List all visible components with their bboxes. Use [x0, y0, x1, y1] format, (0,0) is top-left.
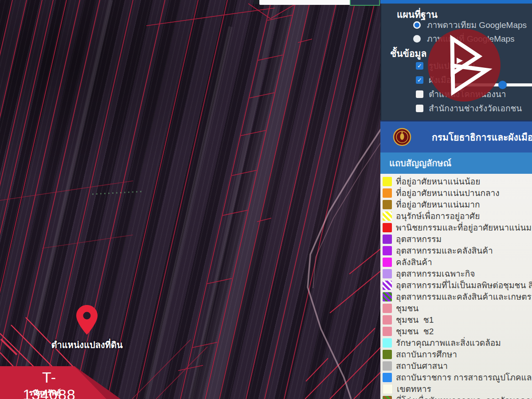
radio-icon[interactable] [413, 21, 421, 29]
legend-label: ชุมชน [396, 302, 419, 314]
checkbox-label: ผังเมือง [429, 73, 455, 86]
radio-label: ภาพดาวเทียม GoogleMaps [427, 18, 527, 31]
legend-label: อุตสาหกรรมและคลังสินค้า [396, 245, 493, 256]
checkbox-icon[interactable]: ✓ [416, 76, 423, 84]
legend-item: ที่อยู่อาศัยหนาแน่นมาก [383, 199, 532, 210]
legend-item: สถาบันการศึกษา [383, 348, 532, 360]
legend-label: คลังสินค้า [396, 256, 432, 268]
legend-item: เขตทหาร [383, 383, 532, 395]
legend-label: พานิชยกรรมและที่อยู่อาศัยหนาแน่นมาก [396, 222, 532, 233]
checkbox-label: สำนักงานช่างรังวัดเอกชน [429, 102, 522, 115]
legend-item: ที่โล่งเพื่อนันทนาการและการรักษาคุณภาพสิ… [383, 395, 532, 399]
legend-swatch [383, 211, 392, 221]
legend-item: อุตสาหกรรมเฉพาะกิจ [383, 268, 532, 279]
legend-swatch [383, 304, 392, 313]
legend-item: ชุมชน [383, 302, 532, 314]
layer-checkbox-row[interactable]: ✓ ผังเมือง [416, 74, 455, 85]
layers-panel: แผนที่ฐาน ภาพดาวเทียม GoogleMaps ภาพแผนท… [380, 0, 532, 399]
legend-label: สถาบันการศึกษา [396, 348, 457, 360]
legend-item: พานิชยกรรมและที่อยู่อาศัยหนาแน่นมาก [383, 222, 532, 233]
legend-label: สถาบันศาสนา [396, 360, 448, 372]
legend-header: แถบสัญญลักษณ์ [380, 153, 532, 174]
layer-checkbox-row[interactable]: ✓ รูปแปลงที่ดิน [416, 60, 475, 71]
legend-item: ที่อยู่อาศัยหนาแน่นน้อย [383, 176, 532, 187]
legend-item: สถาบันศาสนา [383, 360, 532, 372]
legend-label: อนุรักษ์เพื่อการอยู่อาศัย [396, 210, 480, 222]
layers-heading: ชั้นข้อมูล [390, 46, 426, 61]
legend-swatch [383, 338, 392, 348]
legend-swatch [383, 396, 392, 399]
legend-label: ที่อยู่อาศัยหนาแน่นมาก [396, 199, 480, 210]
map-controls-section: แผนที่ฐาน ภาพดาวเทียม GoogleMaps ภาพแผนท… [380, 4, 532, 120]
radio-icon[interactable] [413, 35, 421, 43]
legend-swatch [383, 327, 392, 336]
zoning-legend: ที่อยู่อาศัยหนาแน่นน้อย ที่อยู่อาศัยหนาแ… [380, 174, 532, 399]
department-bar: กรมโยธาธิการและผังเมืองร่วม [380, 120, 532, 153]
legend-swatch [383, 177, 392, 186]
legend-swatch [383, 188, 392, 198]
pin-label: ตำแหน่งแปลงที่ดิน [43, 338, 131, 352]
legend-item: ชุมชน ช1 [383, 314, 532, 325]
legend-label: ชุมชน ช1 [396, 314, 434, 325]
legend-label: อุตสาหกรรมเฉพาะกิจ [396, 268, 475, 279]
legend-swatch [383, 223, 392, 232]
checkbox-icon[interactable]: ✓ [416, 90, 423, 98]
legend-swatch [383, 281, 392, 290]
legend-item: ที่อยู่อาศัยหนาแน่นปานกลาง [383, 187, 532, 199]
legend-item: อุตสาหกรรมที่ไม่เป็นมลพิษต่อชุมชน สิ่งแว… [383, 279, 532, 291]
legend-item: คลังสินค้า [383, 256, 532, 268]
legend-item: รักษาคุณภาพและสิ่งแวดล้อม [383, 337, 532, 348]
checkbox-label: รูปแปลงที่ดิน [429, 59, 475, 72]
legend-swatch [383, 350, 392, 359]
legend-label: อุตสาหกรรมและคลังสินค้าและเกษตรกรรม [396, 291, 532, 302]
legend-swatch [383, 235, 392, 244]
legend-item: อุตสาหกรรมและคลังสินค้า [383, 245, 532, 256]
legend-swatch [383, 315, 392, 325]
department-title: กรมโยธาธิการและผังเมืองร่วม [432, 130, 532, 145]
opacity-slider[interactable] [452, 83, 532, 86]
legend-label: ที่โล่งเพื่อนันทนาการและการรักษาคุณภาพสิ… [396, 395, 532, 399]
legend-item: อุตสาหกรรมและคลังสินค้าและเกษตรกรรม [383, 291, 532, 302]
legend-item: ชุมชน ช2 [383, 325, 532, 337]
legend-swatch [383, 269, 392, 278]
search-input[interactable] [259, 0, 352, 5]
legend-item: สถาบันราชการ การสาธารณูปโภคและสาธารณูปกา… [383, 372, 532, 383]
checkbox-icon[interactable]: ✓ [416, 105, 423, 112]
legend-header-label: แถบสัญญลักษณ์ [389, 156, 451, 170]
legend-swatch [383, 384, 393, 394]
legend-swatch [383, 292, 392, 301]
legend-label: ชุมชน ช2 [396, 325, 434, 337]
department-seal-icon [393, 128, 411, 146]
legend-swatch [383, 258, 392, 267]
checkbox-icon[interactable]: ✓ [416, 62, 423, 70]
legend-label: สถาบันราชการ การสาธารณูปโภคและสาธารณูปกา… [396, 372, 532, 383]
legend-label: อุตสาหกรรมที่ไม่เป็นมลพิษต่อชุมชน สิ่งแว… [396, 279, 532, 291]
legend-swatch [383, 373, 392, 382]
legend-swatch [383, 246, 392, 255]
checkbox-label: ตำแหน่งโคกหนองนา [429, 87, 506, 101]
legend-swatch [383, 200, 392, 209]
radio-label: ภาพแผนที่ GoogleMaps [427, 32, 515, 45]
base-map-option[interactable]: ภาพดาวเทียม GoogleMaps [413, 20, 527, 30]
property-badge: T-134088 รหัสทรัพย์ [0, 366, 129, 399]
opacity-slider-handle[interactable] [498, 81, 507, 89]
layer-checkbox-row[interactable]: ✓ ตำแหน่งโคกหนองนา [416, 89, 506, 99]
road-line [308, 129, 387, 399]
location-pin-icon [76, 305, 98, 335]
legend-label: เขตทหาร [397, 383, 431, 395]
legend-swatch [383, 361, 392, 371]
legend-label: ที่อยู่อาศัยหนาแน่นน้อย [396, 176, 480, 187]
legend-label: รักษาคุณภาพและสิ่งแวดล้อม [396, 337, 501, 348]
app-window: ตำแหน่งแปลงที่ดิน T-134088 รหัสทรัพย์ แผ… [0, 0, 532, 399]
legend-label: ที่อยู่อาศัยหนาแน่นปานกลาง [396, 187, 500, 199]
search-tab [254, 0, 259, 4]
legend-item: อนุรักษ์เพื่อการอยู่อาศัย [383, 210, 532, 222]
top-toolbar-button[interactable] [350, 0, 380, 6]
legend-label: อุตสาหกรรม [396, 233, 442, 245]
base-map-option[interactable]: ภาพแผนที่ GoogleMaps [413, 33, 515, 44]
legend-item: อุตสาหกรรม [383, 233, 532, 245]
layer-checkbox-row[interactable]: ✓ สำนักงานช่างรังวัดเอกชน [416, 103, 522, 113]
property-code-caption: รหัสทรัพย์ [16, 387, 74, 399]
